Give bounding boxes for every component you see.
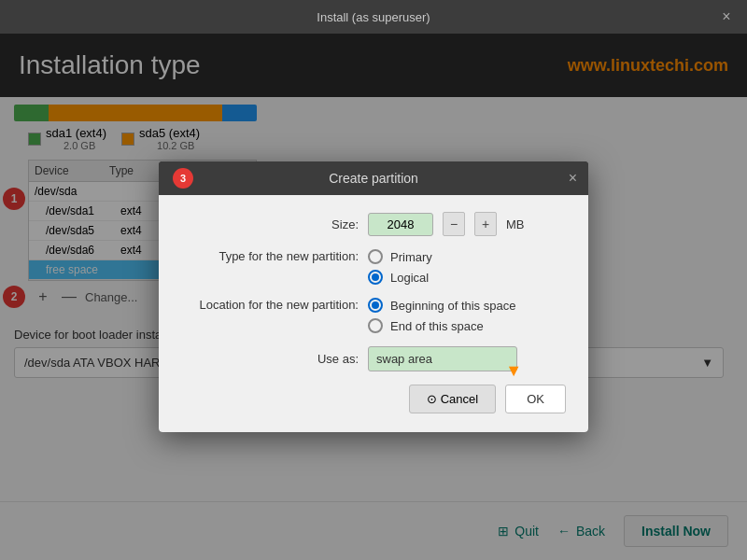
- cancel-button[interactable]: ⊙ Cancel: [409, 385, 496, 413]
- cancel-icon: ⊙: [427, 392, 437, 406]
- radio-logical-label: Logical: [390, 271, 429, 285]
- modal-close-button[interactable]: ×: [569, 170, 577, 187]
- radio-beginning-label: Beginning of this space: [390, 299, 515, 313]
- location-label: Location for the new partition:: [181, 298, 359, 312]
- partition-type-group: Primary Logical: [368, 249, 432, 285]
- radio-beginning[interactable]: Beginning of this space: [368, 298, 515, 313]
- mb-label: MB: [506, 217, 525, 231]
- use-as-value: swap area: [376, 352, 432, 366]
- use-as-label: Use as:: [181, 352, 359, 366]
- partition-location-row: Location for the new partition: Beginnin…: [181, 298, 566, 333]
- radio-logical[interactable]: Logical: [368, 270, 432, 285]
- radio-primary-circle: [368, 249, 383, 264]
- size-decrease-button[interactable]: −: [443, 212, 465, 236]
- partition-location-group: Beginning of this space End of this spac…: [368, 298, 515, 333]
- create-partition-modal: 3 Create partition × Size: − + MB Type f…: [159, 161, 588, 432]
- modal-overlay: 3 Create partition × Size: − + MB Type f…: [0, 34, 747, 560]
- title-bar-text: Install (as superuser): [317, 10, 430, 24]
- radio-beginning-circle: [368, 298, 383, 313]
- modal-header: 3 Create partition ×: [159, 161, 588, 195]
- type-label: Type for the new partition:: [181, 249, 359, 263]
- title-bar: Install (as superuser) ×: [0, 0, 747, 34]
- partition-type-row: Type for the new partition: Primary Logi…: [181, 249, 566, 285]
- cancel-label: Cancel: [441, 392, 478, 406]
- radio-primary[interactable]: Primary: [368, 249, 432, 264]
- use-as-dropdown-arrow: ▼: [505, 361, 522, 381]
- radio-end-label: End of this space: [390, 319, 484, 333]
- size-increase-button[interactable]: +: [474, 212, 497, 236]
- title-bar-close-button[interactable]: ×: [717, 7, 736, 26]
- size-input[interactable]: [368, 213, 433, 236]
- radio-end[interactable]: End of this space: [368, 318, 515, 333]
- radio-end-circle: [368, 318, 383, 333]
- size-label: Size:: [181, 217, 359, 231]
- main-area: Installation type www.linuxtechi.com sda…: [0, 34, 747, 560]
- use-as-select[interactable]: swap area: [368, 346, 517, 371]
- modal-body: Size: − + MB Type for the new partition:…: [159, 195, 588, 432]
- radio-logical-circle: [368, 270, 383, 285]
- use-as-row: Use as: swap area ▼: [181, 346, 566, 371]
- modal-footer: ⊙ Cancel OK: [181, 385, 566, 413]
- radio-primary-label: Primary: [390, 250, 432, 264]
- ok-button[interactable]: OK: [505, 385, 566, 413]
- modal-badge: 3: [173, 168, 193, 189]
- modal-title: Create partition: [329, 171, 418, 186]
- size-row: Size: − + MB: [181, 212, 566, 236]
